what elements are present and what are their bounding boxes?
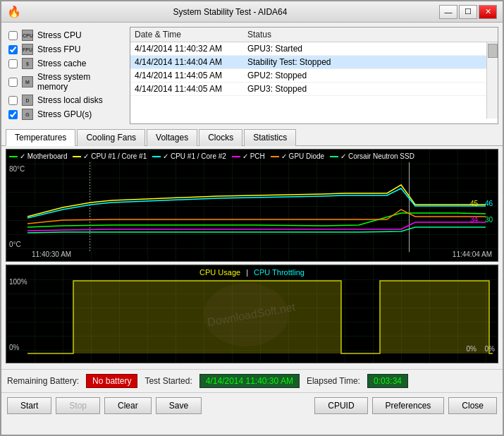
log-scrollbar[interactable] (486, 42, 498, 119)
cpu-x-right2: 0% (485, 345, 495, 353)
stress-memory-checkbox[interactable] (8, 78, 18, 87)
svg-rect-0 (6, 150, 498, 261)
log-row: 4/14/2014 11:44:05 AM GPU2: Stopped (130, 69, 486, 83)
temp-y-bottom: 0°C (9, 241, 21, 248)
close-button[interactable]: Close (448, 397, 497, 414)
cpuid-button[interactable]: CPUID (314, 397, 367, 414)
tab-temperatures[interactable]: Temperatures (6, 129, 75, 146)
cpu-y-top: 100% (9, 278, 27, 286)
stress-options-panel: CPU Stress CPU FPU Stress FPU $ Stress c… (6, 27, 125, 124)
temp-x-left: 11:40:30 AM (32, 250, 71, 258)
test-started-label: Test Started: (145, 376, 192, 386)
stress-cpu-label: Stress CPU (37, 30, 82, 40)
temp-legend: ✓ Motherboard ✓ CPU #1 / Core #1 ✓ CPU #… (9, 152, 414, 160)
log-status-3: GPU3: Stopped (247, 84, 482, 94)
legend-pch: ✓ PCH (232, 152, 265, 160)
log-date-3: 4/14/2014 11:44:05 AM (135, 84, 247, 94)
log-date-2: 4/14/2014 11:44:05 AM (135, 71, 247, 80)
log-status-1: Stability Test: Stopped (247, 57, 482, 67)
stress-cpu-item: CPU Stress CPU (8, 30, 123, 41)
log-date-1: 4/14/2014 11:44:04 AM (135, 57, 247, 67)
legend-cpu-core1: ✓ CPU #1 / Core #1 (73, 152, 147, 160)
log-status-2: GPU2: Stopped (247, 71, 482, 80)
log-header-date: Date & Time (135, 30, 247, 40)
stress-fpu-item: FPU Stress FPU (8, 44, 123, 55)
stress-cpu-checkbox[interactable] (8, 31, 18, 40)
svg-text:46: 46 (485, 200, 493, 207)
stress-disks-label: Stress local disks (37, 95, 103, 105)
temperature-chart: ✓ Motherboard ✓ CPU #1 / Core #1 ✓ CPU #… (6, 149, 498, 262)
bottom-info-bar: Remaining Battery: No battery Test Start… (1, 369, 503, 392)
elapsed-label: Elapsed Time: (307, 376, 360, 386)
stress-cache-label: Stress cache (37, 59, 86, 68)
svg-text:34: 34 (470, 216, 479, 224)
log-row: 4/14/2014 11:44:05 AM GPU3: Stopped (130, 83, 486, 96)
log-header-status: Status (247, 30, 493, 40)
stress-memory-label: Stress system memory (37, 72, 123, 92)
svg-text:45: 45 (470, 200, 479, 207)
log-row: 4/14/2014 11:40:32 AM GPU3: Started (130, 42, 486, 56)
tab-cooling-fans[interactable]: Cooling Fans (77, 129, 145, 146)
temp-x-right: 11:44:04 AM (453, 250, 492, 258)
preferences-button[interactable]: Preferences (372, 397, 445, 414)
log-scrollbar-thumb[interactable] (488, 44, 498, 58)
test-started-value: 4/14/2014 11:40:30 AM (199, 374, 300, 388)
temp-chart-svg: 45 46 34 30 (6, 150, 498, 261)
elapsed-value: 0:03:34 (367, 374, 408, 388)
action-bar: Start Stop Clear Save CPUID Preferences … (1, 392, 503, 418)
title-bar: 🔥 System Stability Test - AIDA64 — ☐ ✕ (1, 1, 503, 23)
stress-fpu-checkbox[interactable] (8, 45, 18, 54)
stress-disks-checkbox[interactable] (8, 96, 18, 105)
stress-memory-item: M Stress system memory (8, 72, 123, 92)
save-button[interactable]: Save (156, 397, 202, 414)
tab-voltages[interactable]: Voltages (147, 129, 197, 146)
stress-gpu-checkbox[interactable] (8, 110, 18, 119)
maximize-button[interactable]: ☐ (459, 5, 477, 19)
log-panel: Date & Time Status 4/14/2014 11:40:32 AM… (130, 27, 498, 124)
app-icon: 🔥 (7, 5, 21, 18)
minimize-button[interactable]: — (439, 5, 457, 19)
stress-cache-checkbox[interactable] (8, 59, 18, 68)
svg-point-9 (204, 283, 288, 346)
cpu-chart-svg: DownloadSoft.net (6, 265, 498, 363)
clear-button[interactable]: Clear (104, 397, 152, 414)
tab-statistics[interactable]: Statistics (244, 129, 296, 146)
titlebar-close-button[interactable]: ✕ (479, 5, 497, 19)
stress-disks-item: D Stress local disks (8, 95, 123, 106)
legend-cpu-core2: ✓ CPU #1 / Core #2 (152, 152, 226, 160)
cpu-y-bottom: 0% (9, 344, 19, 351)
stress-cache-item: $ Stress cache (8, 58, 123, 69)
stress-fpu-label: Stress FPU (37, 44, 80, 54)
battery-value: No battery (86, 374, 137, 388)
stop-button[interactable]: Stop (56, 397, 100, 414)
tabs-bar: Temperatures Cooling Fans Voltages Clock… (1, 128, 503, 146)
svg-text:30: 30 (485, 216, 493, 224)
legend-corsair-ssd: ✓ Corsair Neutron SSD (330, 152, 414, 160)
log-date-0: 4/14/2014 11:40:32 AM (135, 44, 247, 54)
log-row: 4/14/2014 11:44:04 AM Stability Test: St… (130, 56, 486, 69)
battery-label: Remaining Battery: (7, 376, 79, 386)
legend-gpu-diode: ✓ GPU Diode (271, 152, 324, 160)
cpu-usage-chart: CPU Usage | CPU Throttling DownloadSoft.… (6, 265, 498, 363)
start-button[interactable]: Start (7, 397, 51, 414)
tab-clocks[interactable]: Clocks (199, 129, 242, 146)
log-status-0: GPU3: Started (247, 44, 482, 54)
window-title: System Stability Test - AIDA64 (173, 7, 288, 17)
stress-gpu-item: G Stress GPU(s) (8, 109, 123, 120)
cpu-x-right1: 0% (467, 345, 477, 353)
temp-y-top: 80°C (9, 165, 25, 173)
stress-gpu-label: Stress GPU(s) (37, 109, 92, 119)
legend-motherboard: ✓ Motherboard (9, 152, 67, 160)
